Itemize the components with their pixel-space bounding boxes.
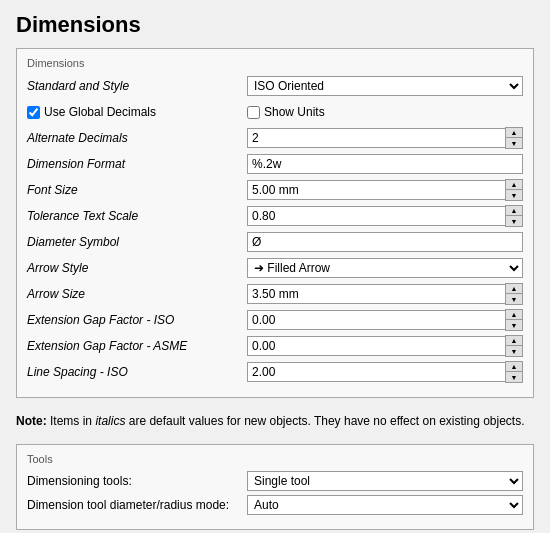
show-units-label: Show Units — [264, 105, 484, 119]
font-size-up[interactable]: ▲ — [506, 180, 522, 190]
extension-gap-iso-input[interactable] — [247, 310, 505, 330]
alternate-decimals-row: Alternate Decimals ▲ ▼ — [27, 127, 523, 149]
extension-gap-asme-label: Extension Gap Factor - ASME — [27, 339, 247, 353]
line-spacing-iso-down[interactable]: ▼ — [506, 372, 522, 382]
line-spacing-iso-input[interactable] — [247, 362, 505, 382]
alternate-decimals-label: Alternate Decimals — [27, 131, 247, 145]
tolerance-text-scale-input[interactable] — [247, 206, 505, 226]
note-italic: italics — [95, 414, 125, 428]
dimensions-page: Dimensions Dimensions Standard and Style… — [0, 0, 550, 533]
note-box: Note: Items in italics are default value… — [16, 408, 534, 434]
alternate-decimals-up[interactable]: ▲ — [506, 128, 522, 138]
font-size-row: Font Size ▲ ▼ — [27, 179, 523, 201]
tools-section-label: Tools — [27, 453, 523, 465]
extension-gap-iso-row: Extension Gap Factor - ISO ▲ ▼ — [27, 309, 523, 331]
dimensions-section-label: Dimensions — [27, 57, 523, 69]
tolerance-text-scale-label: Tolerance Text Scale — [27, 209, 247, 223]
standard-and-style-row: Standard and Style ISO Oriented ASME DIN — [27, 75, 523, 97]
alternate-decimals-down[interactable]: ▼ — [506, 138, 522, 148]
font-size-down[interactable]: ▼ — [506, 190, 522, 200]
diameter-symbol-row: Diameter Symbol — [27, 231, 523, 253]
standard-and-style-select[interactable]: ISO Oriented ASME DIN — [247, 76, 523, 96]
arrow-size-label: Arrow Size — [27, 287, 247, 301]
diameter-symbol-label: Diameter Symbol — [27, 235, 247, 249]
alternate-decimals-input[interactable] — [247, 128, 505, 148]
use-global-decimals-label: Use Global Decimals — [44, 105, 264, 119]
arrow-size-down[interactable]: ▼ — [506, 294, 522, 304]
dimension-tool-diameter-label: Dimension tool diameter/radius mode: — [27, 498, 247, 512]
use-global-decimals-checkbox[interactable] — [27, 106, 40, 119]
dimension-format-label: Dimension Format — [27, 157, 247, 171]
page-title: Dimensions — [16, 12, 534, 38]
arrow-size-up[interactable]: ▲ — [506, 284, 522, 294]
extension-gap-asme-row: Extension Gap Factor - ASME ▲ ▼ — [27, 335, 523, 357]
dimension-format-row: Dimension Format — [27, 153, 523, 175]
alternate-decimals-field: ▲ ▼ — [247, 127, 523, 149]
dimensioning-tools-label: Dimensioning tools: — [27, 474, 247, 488]
extension-gap-asme-input[interactable] — [247, 336, 505, 356]
dimension-tool-diameter-row: Dimension tool diameter/radius mode: Aut… — [27, 495, 523, 515]
extension-gap-iso-down[interactable]: ▼ — [506, 320, 522, 330]
extension-gap-asme-up[interactable]: ▲ — [506, 336, 522, 346]
diameter-symbol-input[interactable] — [247, 232, 523, 252]
extension-gap-iso-up[interactable]: ▲ — [506, 310, 522, 320]
arrow-style-row: Arrow Style ➜ Filled Arrow Open Arrow Ti… — [27, 257, 523, 279]
extension-gap-iso-label: Extension Gap Factor - ISO — [27, 313, 247, 327]
font-size-input[interactable] — [247, 180, 505, 200]
line-spacing-iso-up[interactable]: ▲ — [506, 362, 522, 372]
global-decimals-row: Use Global Decimals Show Units — [27, 101, 523, 123]
dimensions-section: Dimensions Standard and Style ISO Orient… — [16, 48, 534, 398]
tolerance-text-scale-row: Tolerance Text Scale ▲ ▼ — [27, 205, 523, 227]
tolerance-text-scale-down[interactable]: ▼ — [506, 216, 522, 226]
dimensioning-tools-row: Dimensioning tools: Single tool Multiple… — [27, 471, 523, 491]
note-text2: are default values for new objects. They… — [125, 414, 524, 428]
arrow-style-select[interactable]: ➜ Filled Arrow Open Arrow Tick — [247, 258, 523, 278]
standard-and-style-label: Standard and Style — [27, 79, 247, 93]
note-text1: Items in — [50, 414, 95, 428]
note-prefix: Note: — [16, 414, 47, 428]
extension-gap-asme-down[interactable]: ▼ — [506, 346, 522, 356]
dimension-tool-diameter-select[interactable]: Auto Diameter Radius — [247, 495, 523, 515]
line-spacing-iso-row: Line Spacing - ISO ▲ ▼ — [27, 361, 523, 383]
tools-section: Tools Dimensioning tools: Single tool Mu… — [16, 444, 534, 530]
tolerance-text-scale-up[interactable]: ▲ — [506, 206, 522, 216]
dimensioning-tools-select[interactable]: Single tool Multiple tools — [247, 471, 523, 491]
dimension-format-input[interactable] — [247, 154, 523, 174]
standard-and-style-field: ISO Oriented ASME DIN — [247, 76, 523, 96]
show-units-checkbox[interactable] — [247, 106, 260, 119]
arrow-size-input[interactable] — [247, 284, 505, 304]
line-spacing-iso-label: Line Spacing - ISO — [27, 365, 247, 379]
arrow-size-row: Arrow Size ▲ ▼ — [27, 283, 523, 305]
arrow-style-label: Arrow Style — [27, 261, 247, 275]
font-size-label: Font Size — [27, 183, 247, 197]
